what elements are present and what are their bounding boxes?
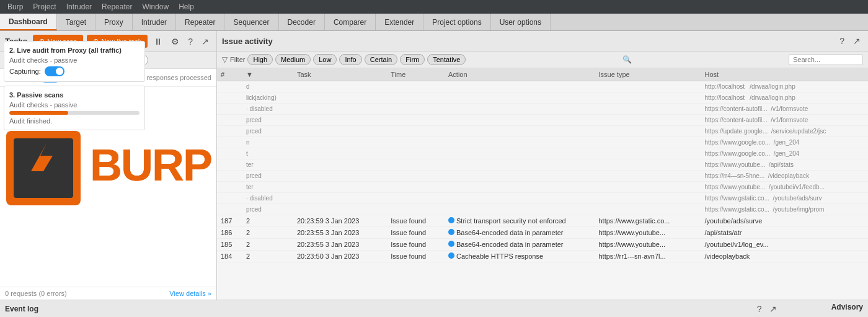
tab-decoder[interactable]: Decoder: [279, 14, 325, 30]
row-num: 185: [217, 239, 242, 251]
issue-panel: Issue activity ? ↗ ▽ Filter High Medium …: [217, 31, 868, 300]
filter-high[interactable]: High: [247, 54, 273, 65]
col-sort[interactable]: ▼: [242, 68, 293, 81]
col-action: Action: [445, 68, 595, 81]
task-3-progress-bar: [9, 111, 68, 115]
overflow-row: prcedhttps://update.google... /service/u…: [217, 126, 868, 137]
menu-window[interactable]: Window: [137, 1, 174, 12]
overflow-row: prcedhttps://content-autofil... /v1/form…: [217, 115, 868, 126]
row-host: https://www.youtube...: [595, 239, 701, 251]
row-path: /api/stats/atr: [701, 227, 869, 239]
severity-icon: [448, 252, 454, 259]
issue-help-button[interactable]: ?: [837, 35, 847, 47]
task-3-subtitle: Audit checks - passive: [9, 101, 140, 109]
tab-repeater[interactable]: Repeater: [176, 14, 224, 30]
menu-project[interactable]: Project: [28, 1, 61, 12]
task-2-toggle[interactable]: [45, 69, 64, 76]
row-time: 20:23:59 3 Jan 2023: [293, 215, 387, 227]
view-details-link[interactable]: View details »: [169, 290, 211, 297]
row-host: https://www.youtube...: [595, 227, 701, 239]
table-row: 187 2 20:23:59 3 Jan 2023 Issue found St…: [217, 215, 868, 227]
advisory-label: Advisory: [831, 303, 863, 315]
search-icon: 🔍: [622, 55, 632, 64]
issue-table-container[interactable]: # ▼ Task Time Action Issue type Host dht…: [217, 68, 868, 300]
row-host: https://rr1---sn-avn7l...: [595, 251, 701, 262]
tab-comparer[interactable]: Comparer: [325, 14, 376, 30]
row-action: Issue found: [387, 227, 445, 239]
tab-user-options[interactable]: User options: [491, 14, 551, 30]
row-action: Issue found: [387, 239, 445, 251]
event-log-help-button[interactable]: ?: [755, 303, 764, 315]
task-item-3: 3. Passive scans Audit checks - passive …: [4, 86, 145, 130]
overflow-row: · disabledhttps://www.gstatic.co... /you…: [217, 193, 868, 204]
issue-search-input[interactable]: [789, 54, 863, 65]
overflow-row: lickjacking)http://localhost /drwaa/logi…: [217, 92, 868, 104]
task-items-overlay: 2. Live audit from Proxy (all traffic) A…: [0, 69, 149, 136]
tab-dashboard[interactable]: Dashboard: [0, 14, 57, 30]
issue-table: # ▼ Task Time Action Issue type Host dht…: [217, 68, 868, 262]
tab-proxy[interactable]: Proxy: [95, 14, 133, 30]
row-task: 2: [242, 227, 293, 239]
row-severity: Base64-encoded data in parameter: [445, 227, 595, 239]
issue-filter-icon: ▽: [222, 55, 228, 64]
task-2-toggle-row: Capturing:: [9, 69, 64, 76]
row-severity: Cacheable HTTPS response: [445, 251, 595, 262]
tab-sequencer[interactable]: Sequencer: [224, 14, 278, 30]
overflow-row: prcedhttps://rr4---sn-5hne... /videoplay…: [217, 171, 868, 182]
issue-filter-label: Filter: [230, 56, 245, 63]
row-path: /youtube/ads/surve: [701, 215, 869, 227]
filter-tentative[interactable]: Tentative: [427, 54, 466, 65]
menu-intruder[interactable]: Intruder: [61, 1, 97, 12]
col-issue-type: Issue type: [595, 68, 701, 81]
event-log-expand-button[interactable]: ↗: [767, 303, 779, 315]
tab-bar: Dashboard Target Proxy Intruder Repeater…: [0, 14, 868, 31]
tasks-help-button[interactable]: ?: [185, 35, 195, 48]
tab-target[interactable]: Target: [57, 14, 95, 30]
row-action: Issue found: [387, 215, 445, 227]
menu-burp[interactable]: Burp: [2, 1, 28, 12]
row-num: 186: [217, 227, 242, 239]
filter-certain[interactable]: Certain: [365, 54, 397, 65]
row-severity: Strict transport security not enforced: [445, 215, 595, 227]
task-3-progress-container: [9, 111, 140, 115]
row-host: https://www.gstatic.co...: [595, 215, 701, 227]
overflow-row: terhttps://www.youtube... /api/stats: [217, 159, 868, 171]
tab-project-options[interactable]: Project options: [423, 14, 490, 30]
issue-expand-button[interactable]: ↗: [851, 35, 863, 47]
task-2-capturing: Capturing:: [9, 69, 41, 75]
row-task: 2: [242, 215, 293, 227]
tasks-settings-button[interactable]: ⚙: [169, 35, 182, 48]
row-num: 184: [217, 251, 242, 262]
menu-bar: Burp Project Intruder Repeater Window He…: [0, 0, 868, 14]
row-num: 187: [217, 215, 242, 227]
task-3-status: Audit finished.: [9, 117, 140, 125]
menu-help[interactable]: Help: [174, 1, 199, 12]
table-row: 185 2 20:23:55 3 Jan 2023 Issue found Ba…: [217, 239, 868, 251]
svg-text:BURP: BURP: [90, 140, 211, 190]
row-severity: Base64-encoded data in parameter: [445, 239, 595, 251]
tab-extender[interactable]: Extender: [376, 14, 423, 30]
filter-info[interactable]: Info: [339, 54, 361, 65]
row-action: Issue found: [387, 251, 445, 262]
col-time: Time: [387, 68, 445, 81]
bottom-bar: Event log ? ↗ Advisory: [0, 300, 868, 317]
severity-icon: [448, 229, 454, 235]
overflow-row: thttps://www.google.co... /gen_204: [217, 148, 868, 159]
issue-filter-bar: ▽ Filter High Medium Low Info Certain Fi…: [217, 51, 868, 68]
filter-low[interactable]: Low: [313, 54, 337, 65]
task-3-title: 3. Passive scans: [9, 91, 140, 99]
table-row: 184 2 20:23:50 3 Jan 2023 Issue found Ca…: [217, 251, 868, 262]
filter-firm[interactable]: Firm: [400, 54, 425, 65]
filter-medium[interactable]: Medium: [275, 54, 311, 65]
main-area: Tasks ⊕ New scan ⊕ New live task ⏸ ⚙ ? ↗…: [0, 31, 868, 300]
tasks-pause-button[interactable]: ⏸: [151, 35, 165, 48]
col-task: Task: [293, 68, 387, 81]
row-time: 20:23:55 3 Jan 2023: [293, 227, 387, 239]
bottom-right: ? ↗ Advisory: [755, 303, 863, 315]
tab-intruder[interactable]: Intruder: [133, 14, 176, 30]
severity-icon: [448, 241, 454, 247]
menu-repeater[interactable]: Repeater: [97, 1, 137, 12]
row-path: /videoplayback: [701, 251, 869, 262]
requests-info: 0 requests (0 errors): [5, 290, 67, 297]
tasks-expand-button[interactable]: ↗: [199, 35, 211, 48]
